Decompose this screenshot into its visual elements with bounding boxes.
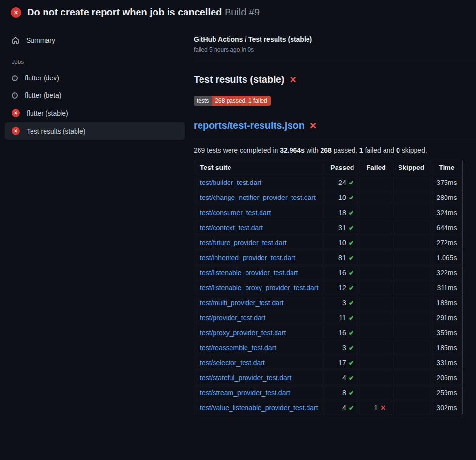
table-row: test/reassemble_test.dart3✔185ms <box>194 340 463 355</box>
failed-cell <box>360 250 392 265</box>
home-icon <box>12 36 19 44</box>
passed-cell: 10✔ <box>324 190 360 205</box>
time-cell: 331ms <box>430 355 463 370</box>
suite-cell: test/builder_test.dart <box>194 175 324 190</box>
job-label: flutter (beta) <box>25 92 61 99</box>
suite-link[interactable]: test/stateful_provider_test.dart <box>200 374 291 382</box>
badge-label: tests <box>194 96 212 106</box>
failed-cell <box>360 355 392 370</box>
table-row: test/context_test.dart31✔644ms <box>194 220 463 235</box>
check-icon: ✔ <box>349 389 354 397</box>
passed-cell: 18✔ <box>324 205 360 220</box>
table-row: test/provider_test.dart11✔291ms <box>194 310 463 325</box>
suite-cell: test/multi_provider_test.dart <box>194 295 324 310</box>
suite-cell: test/context_test.dart <box>194 220 324 235</box>
passed-cell: 16✔ <box>324 265 360 280</box>
passed-cell: 11✔ <box>324 310 360 325</box>
check-icon: ✔ <box>349 284 354 291</box>
passed-cell: 24✔ <box>324 175 360 190</box>
time-cell: 206ms <box>430 370 463 385</box>
time-cell: 259ms <box>430 385 463 400</box>
check-icon: ✔ <box>349 374 354 382</box>
suite-link[interactable]: test/value_listenable_provider_test.dart <box>200 404 318 412</box>
passed-cell: 8✔ <box>324 385 360 400</box>
check-icon: ✔ <box>349 404 354 412</box>
failed-status-icon: ✕ <box>11 7 21 18</box>
suite-link[interactable]: test/builder_test.dart <box>200 179 261 186</box>
suite-link[interactable]: test/selector_test.dart <box>200 359 265 367</box>
time-cell: 1.065s <box>430 250 463 265</box>
failed-x-icon: ✕ <box>289 76 296 84</box>
suite-link[interactable]: test/context_test.dart <box>200 224 263 231</box>
table-row: test/proxy_provider_test.dart16✔359ms <box>194 325 463 340</box>
suite-link[interactable]: test/future_provider_test.dart <box>200 239 287 246</box>
build-number: Build #9 <box>225 7 260 17</box>
failed-cell <box>360 310 392 325</box>
check-icon: ✔ <box>349 239 354 246</box>
summary-segment: 269 tests were completed in <box>194 146 280 154</box>
summary-line: 269 tests were completed in 32.964s with… <box>194 146 461 154</box>
suite-link[interactable]: test/provider_test.dart <box>200 314 265 322</box>
time-cell: 324ms <box>430 205 463 220</box>
table-header-row: Test suitePassedFailedSkippedTime <box>194 160 463 175</box>
sidebar-item-job[interactable]: ✕flutter (stable) <box>5 104 185 122</box>
run-status-line: failed 5 hours ago in 0s <box>194 46 461 53</box>
suite-cell: test/proxy_provider_test.dart <box>194 325 324 340</box>
skipped-cell <box>392 340 430 355</box>
skipped-cell <box>392 220 430 235</box>
check-icon: ✔ <box>349 194 354 201</box>
failed-cell <box>360 370 392 385</box>
suite-link[interactable]: test/proxy_provider_test.dart <box>200 329 286 337</box>
suite-link[interactable]: test/listenable_proxy_provider_test.dart <box>200 284 318 291</box>
skipped-cell <box>392 295 430 310</box>
tests-badge: tests 268 passed, 1 failed <box>194 96 271 106</box>
time-cell: 359ms <box>430 325 463 340</box>
suite-link[interactable]: test/reassemble_test.dart <box>200 344 276 352</box>
sidebar-item-job[interactable]: !flutter (dev) <box>5 69 185 87</box>
skipped-cell <box>392 325 430 340</box>
skipped-cell <box>392 250 430 265</box>
suite-link[interactable]: test/listenable_provider_test.dart <box>200 269 298 276</box>
job-label: flutter (dev) <box>25 74 59 82</box>
time-cell: 302ms <box>430 400 463 415</box>
table-row: test/value_listenable_provider_test.dart… <box>194 400 463 415</box>
suite-cell: test/stateful_provider_test.dart <box>194 370 324 385</box>
passed-cell: 31✔ <box>324 220 360 235</box>
suite-link[interactable]: test/inherited_provider_test.dart <box>200 254 295 261</box>
summary-segment: 1 <box>359 146 363 154</box>
table-row: test/stream_provider_test.dart8✔259ms <box>194 385 463 400</box>
sidebar-item-job[interactable]: !flutter (beta) <box>5 87 185 104</box>
passed-cell: 17✔ <box>324 355 360 370</box>
suite-cell: test/selector_test.dart <box>194 355 324 370</box>
sidebar-item-summary[interactable]: Summary <box>5 31 185 49</box>
report-title-link[interactable]: reports/test-results.json <box>194 120 305 131</box>
main-content: GitHub Actions / Test results (stable) f… <box>190 23 476 424</box>
suite-link[interactable]: test/multi_provider_test.dart <box>200 299 284 307</box>
skipped-cell <box>392 190 430 205</box>
sidebar-item-job[interactable]: ✕Test results (stable) <box>5 122 185 140</box>
suite-link[interactable]: test/change_notifier_provider_test.dart <box>200 194 316 201</box>
suite-link[interactable]: test/stream_provider_test.dart <box>200 389 290 397</box>
skipped-cell <box>392 310 430 325</box>
skipped-cell <box>392 280 430 295</box>
skipped-cell <box>392 175 430 190</box>
failed-cell <box>360 385 392 400</box>
passed-cell: 4✔ <box>324 400 360 415</box>
time-cell: 291ms <box>430 310 463 325</box>
passed-cell: 16✔ <box>324 325 360 340</box>
suite-cell: test/provider_test.dart <box>194 310 324 325</box>
skipped-cell <box>392 385 430 400</box>
table-row: test/builder_test.dart24✔375ms <box>194 175 463 190</box>
page-layout: Summary Jobs !flutter (dev)!flutter (bet… <box>0 23 476 424</box>
page-title: Do not create report when job is cancell… <box>27 7 260 18</box>
neutral-status-icon: ! <box>12 92 18 99</box>
suite-link[interactable]: test/consumer_test.dart <box>200 209 271 216</box>
failed-status-icon: ✕ <box>12 127 20 135</box>
passed-cell: 3✔ <box>324 340 360 355</box>
summary-segment: passed, <box>332 146 359 154</box>
run-title: Do not create report when job is cancell… <box>27 7 222 17</box>
check-icon: ✔ <box>349 224 354 231</box>
column-header: Time <box>430 160 463 175</box>
skipped-cell <box>392 235 430 250</box>
table-row: test/selector_test.dart17✔331ms <box>194 355 463 370</box>
